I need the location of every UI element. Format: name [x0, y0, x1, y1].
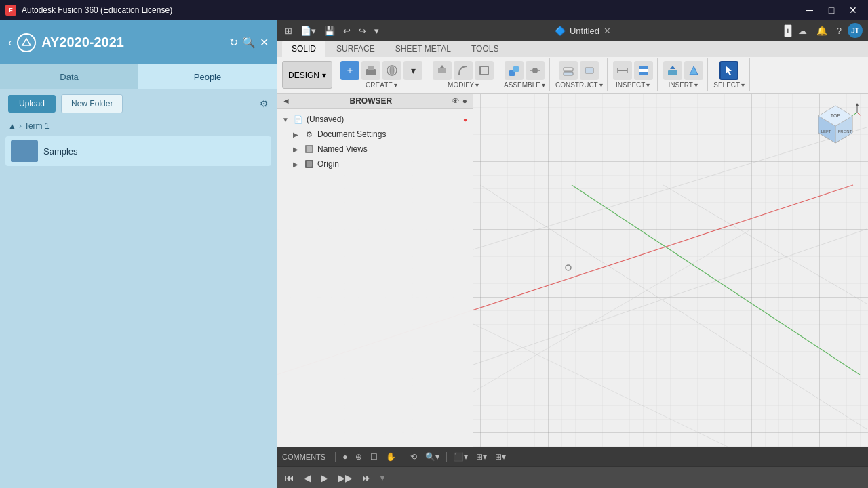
titlebar-controls[interactable]: ─ □ ✕: [800, 3, 863, 17]
file-menu-button[interactable]: 📄▾: [298, 24, 319, 37]
document-tab[interactable]: 🔷 Untitled ✕: [384, 26, 781, 36]
origin-label: Origin: [317, 159, 467, 169]
user-avatar[interactable]: JT: [848, 23, 863, 38]
insert-group-label[interactable]: INSERT▾: [668, 81, 698, 89]
grid-view-button[interactable]: ⊞: [282, 24, 295, 37]
upload-button[interactable]: Upload: [8, 95, 56, 113]
back-button[interactable]: ‹: [8, 37, 12, 49]
create-group-label[interactable]: CREATE▾: [366, 81, 397, 89]
undo-button[interactable]: ↩: [340, 24, 353, 37]
construct-group: CONSTRUCT▾: [551, 58, 608, 92]
modify-press-pull-icon[interactable]: [433, 61, 452, 80]
insert-icons[interactable]: [663, 61, 703, 80]
header-actions[interactable]: ↻ 🔍 ✕: [229, 36, 269, 49]
browser-item-named-views[interactable]: ▶ Named Views: [277, 142, 473, 157]
modify-icons[interactable]: [433, 61, 494, 80]
tab-data[interactable]: Data: [0, 64, 138, 89]
online-status-button[interactable]: ☁: [795, 24, 810, 37]
transform-button[interactable]: ⊕: [353, 451, 365, 463]
modify-shell-icon[interactable]: [475, 61, 494, 80]
insert-mesh-icon[interactable]: [684, 61, 703, 80]
inspect-icons[interactable]: [613, 61, 653, 80]
minimize-button[interactable]: ─: [800, 3, 819, 17]
list-item[interactable]: Samples: [5, 136, 271, 166]
tab-people[interactable]: People: [138, 64, 277, 89]
zoom-button[interactable]: 🔍▾: [422, 451, 442, 463]
pan-button[interactable]: ✋: [383, 451, 399, 463]
new-folder-button[interactable]: New Folder: [61, 94, 123, 113]
timeline-first-button[interactable]: ⏮: [282, 471, 297, 485]
assemble-icons[interactable]: [505, 61, 545, 80]
timeline-prev-button[interactable]: ◀: [301, 471, 314, 485]
create-group: ＋ ▾ CREATE▾: [336, 58, 427, 92]
construct-axis-icon[interactable]: [580, 61, 599, 80]
breadcrumb-term[interactable]: Term 1: [24, 121, 50, 131]
create-icons[interactable]: ＋ ▾: [340, 61, 422, 80]
timeline-filter-button[interactable]: ▼: [378, 473, 387, 483]
redo-button[interactable]: ↪: [356, 24, 369, 37]
tab-solid[interactable]: SOLID: [282, 41, 326, 57]
search-button[interactable]: 🔍: [242, 36, 256, 49]
ribbon-tabs[interactable]: SOLID SURFACE SHEET METAL TOOLS: [277, 41, 868, 57]
sep2: [403, 452, 403, 462]
close-doc-button[interactable]: ✕: [604, 26, 611, 36]
more-button[interactable]: ▾: [372, 24, 382, 37]
assemble-new-comp-icon[interactable]: [505, 61, 524, 80]
breadcrumb-home-icon[interactable]: ▲: [8, 121, 16, 131]
construct-offset-plane-icon[interactable]: [559, 61, 578, 80]
select-group-label[interactable]: SELECT▾: [713, 81, 745, 89]
browser-item-doc-settings[interactable]: ▶ ⚙ Document Settings: [277, 127, 473, 142]
help-button[interactable]: ?: [833, 24, 845, 37]
left-panel-tabs[interactable]: Data People: [0, 64, 277, 89]
canvas-area[interactable]: ◄ BROWSER 👁 ● ▼ 📄 (Unsaved) ●: [277, 94, 868, 447]
browser-collapse-button[interactable]: ◄: [282, 96, 290, 106]
tab-sheet-metal[interactable]: SHEET METAL: [386, 41, 460, 57]
notifications-button[interactable]: 🔔: [813, 24, 831, 37]
browser-more-button[interactable]: ●: [462, 96, 467, 106]
svg-rect-17: [618, 70, 627, 71]
assemble-group-label[interactable]: ASSEMBLE▾: [504, 81, 545, 89]
construct-icons[interactable]: [559, 61, 599, 80]
close-button[interactable]: ✕: [844, 3, 863, 17]
modify-fillet-icon[interactable]: [454, 61, 473, 80]
create-revolve-icon[interactable]: [382, 61, 401, 80]
create-solid-icon[interactable]: ＋: [340, 61, 359, 80]
timeline-play-button[interactable]: ▶: [318, 471, 331, 485]
display-mode-button[interactable]: ⬛▾: [451, 451, 471, 463]
browser-item-origin[interactable]: ▶ Origin: [277, 157, 473, 171]
construct-group-label[interactable]: CONSTRUCT▾: [555, 81, 603, 89]
settings-button[interactable]: ⚙: [260, 98, 269, 109]
snap-button[interactable]: ☐: [368, 451, 380, 463]
design-dropdown[interactable]: DESIGN ▾: [282, 61, 332, 89]
viewport-button[interactable]: ⊞▾: [492, 451, 509, 463]
select-cursor-icon[interactable]: [719, 61, 738, 80]
grid-button[interactable]: ⊞▾: [473, 451, 490, 463]
refresh-button[interactable]: ↻: [229, 36, 238, 49]
create-more-icon[interactable]: ▾: [403, 61, 422, 80]
inspect-zebra-icon[interactable]: [634, 61, 653, 80]
tab-tools[interactable]: TOOLS: [462, 41, 508, 57]
inspect-group-label[interactable]: INSPECT▾: [616, 81, 650, 89]
browser-header-buttons[interactable]: 👁 ●: [452, 96, 467, 106]
tab-surface[interactable]: SURFACE: [327, 41, 384, 57]
create-extrude-icon[interactable]: [361, 61, 380, 80]
timeline-last-button[interactable]: ⏭: [359, 471, 374, 485]
insert-import-icon[interactable]: [663, 61, 682, 80]
view-cube[interactable]: TOP LEFT FRONT: [808, 99, 863, 153]
select-icons[interactable]: [719, 61, 738, 80]
save-button[interactable]: 💾: [321, 24, 338, 37]
maximize-button[interactable]: □: [822, 3, 841, 17]
new-tab-button[interactable]: +: [784, 24, 792, 37]
orbit-button[interactable]: ⟲: [408, 451, 420, 463]
assemble-joint-icon[interactable]: [526, 61, 545, 80]
svg-line-48: [857, 113, 861, 116]
record-button[interactable]: ●: [340, 451, 350, 463]
breadcrumb: ▲ › Term 1: [0, 119, 277, 134]
browser-item-unsaved[interactable]: ▼ 📄 (Unsaved) ●: [277, 112, 473, 127]
modify-group-label[interactable]: MODIFY▾: [448, 81, 479, 89]
inspect-measure-icon[interactable]: [613, 61, 632, 80]
panel-close-button[interactable]: ✕: [260, 36, 269, 49]
assemble-group: ASSEMBLE▾: [500, 58, 550, 92]
timeline-next-button[interactable]: ▶▶: [335, 471, 355, 485]
browser-eye-button[interactable]: 👁: [452, 96, 460, 106]
